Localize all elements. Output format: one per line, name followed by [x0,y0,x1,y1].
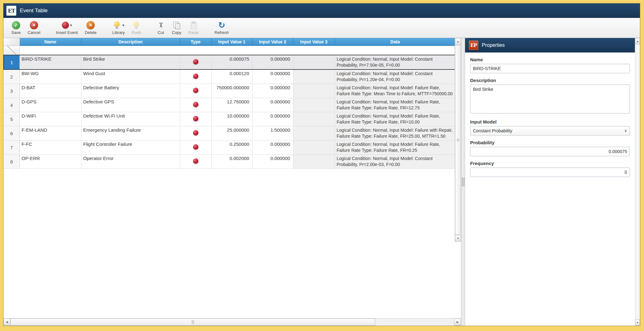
cell-input-value-3[interactable] [293,69,335,84]
panel-splitter[interactable] [461,38,465,326]
header-row: NameDescriptionTypeInput Value 1Input Va… [4,38,456,46]
column-header[interactable]: Description [81,38,180,46]
cell-name[interactable]: OP-ERR [19,155,81,169]
table-vertical-scrollbar[interactable]: ▲ ▼ [455,38,461,242]
cell-description[interactable]: Bird Strike [81,55,180,69]
column-header[interactable]: Input Value 2 [252,38,293,46]
scroll-up-icon[interactable]: ▲ [635,38,640,44]
row-number[interactable]: 2 [4,69,19,84]
cell-input-value-1[interactable]: 0.250000 [211,141,252,155]
vertical-scroll-thumb[interactable] [455,45,461,235]
cell-description[interactable]: Defective GPS [81,98,180,112]
probability-field[interactable] [470,147,630,156]
cell-input-value-1[interactable]: 0.002000 [211,155,252,169]
row-number[interactable]: 4 [4,98,19,112]
refresh-button[interactable]: Refresh [212,20,232,36]
cell-input-value-2[interactable]: 0.000000 [252,84,293,98]
copy-button[interactable]: Copy [169,20,184,36]
cell-type[interactable] [180,84,211,98]
cell-input-value-3[interactable] [293,84,335,98]
scroll-right-icon[interactable]: ▶ [454,318,461,326]
delete-button[interactable]: Delete [82,20,99,36]
cell-input-value-2[interactable]: 0.000000 [252,141,293,155]
cell-type[interactable] [180,69,211,84]
row-number[interactable]: 8 [4,155,19,169]
dropdown-caret-icon: ▾ [122,23,124,27]
cell-name[interactable]: D-BAT [19,84,81,98]
cell-input-value-1[interactable]: 10.000000 [211,112,252,126]
cell-input-value-3[interactable] [293,126,335,141]
cell-input-value-1[interactable]: 0.000075 [211,55,252,69]
cell-name[interactable]: BIRD-STRIKE [19,55,81,69]
name-field-label: Name [470,57,630,62]
cell-input-value-1[interactable]: 0.000120 [211,69,252,84]
table-row[interactable]: 7F-FCFlight Controller Failure0.2500000.… [4,141,456,155]
cell-input-value-2[interactable]: 1.500000 [252,126,293,141]
column-header[interactable]: Data [335,38,456,46]
splitter-grip-icon[interactable] [462,178,464,186]
cell-input-value-3[interactable] [293,155,335,169]
cell-description[interactable]: Defective Battery [81,84,180,98]
cell-name[interactable]: D-GPS [19,98,81,112]
cell-input-value-1[interactable]: 25.000000 [211,126,252,141]
cell-type[interactable] [180,55,211,69]
cell-name[interactable]: F-FC [19,141,81,155]
column-header[interactable]: Name [19,38,81,46]
description-field[interactable]: Bird Strike [470,85,630,113]
cell-name[interactable]: BW-WG [19,69,81,84]
row-number[interactable]: 3 [4,84,19,98]
save-button[interactable]: Save [8,20,24,36]
cell-input-value-2[interactable]: 0.000000 [252,155,293,169]
cell-name[interactable]: D-WiFi [19,112,81,126]
scroll-down-icon[interactable]: ▼ [635,319,640,326]
cell-type[interactable] [180,126,211,141]
cell-input-value-2[interactable]: 0.000000 [252,98,293,112]
table-horizontal-scrollbar[interactable]: ◀ ▶ [3,318,461,326]
cell-input-value-2[interactable]: 0.000000 [252,112,293,126]
table-row[interactable]: 4D-GPSDefective GPS12.7500000.000000Logi… [4,98,456,112]
library-button[interactable]: ▾Library [109,20,128,36]
cell-description[interactable]: Wind Gust [81,69,180,84]
table-row[interactable]: 1BIRD-STRIKEBird Strike0.0000750.000000L… [4,55,456,69]
cell-description[interactable]: Defective Wi-Fi Unit [81,112,180,126]
cell-type[interactable] [180,141,211,155]
cell-name[interactable]: F-EM-LAND [19,126,81,141]
column-header[interactable]: Type [180,38,211,46]
cell-description[interactable]: Emergency Landing Failure [81,126,180,141]
cell-type[interactable] [180,98,211,112]
cell-input-value-3[interactable] [293,141,335,155]
column-header[interactable]: Input Value 1 [211,38,252,46]
insert-event-button[interactable]: ▾Insert Event [53,20,80,36]
row-number[interactable]: 6 [4,126,19,141]
cell-input-value-3[interactable] [293,55,335,69]
row-number[interactable]: 5 [4,112,19,126]
table-row[interactable]: 6F-EM-LANDEmergency Landing Failure25.00… [4,126,456,141]
cell-type[interactable] [180,155,211,169]
scroll-up-icon[interactable]: ▲ [455,38,461,45]
cell-input-value-2[interactable]: 0.000000 [252,55,293,69]
cell-input-value-2[interactable]: 0.000000 [252,69,293,84]
row-number[interactable]: 7 [4,141,19,155]
row-number[interactable]: 1 [4,55,19,69]
cell-description[interactable]: Operator Error [81,155,180,169]
cell-input-value-3[interactable] [293,98,335,112]
table-row[interactable]: 3D-BATDefective Battery750000.0000000.00… [4,84,456,98]
column-header[interactable]: Input Value 3 [293,38,335,46]
scroll-left-icon[interactable]: ◀ [3,318,10,326]
frequency-field[interactable] [470,168,630,177]
table-row[interactable]: 8OP-ERROperator Error0.0020000.000000Log… [4,155,456,169]
cancel-button[interactable]: Cancel [25,20,43,36]
cell-input-value-3[interactable] [293,112,335,126]
table-row[interactable]: 5D-WiFiDefective Wi-Fi Unit10.0000000.00… [4,112,456,126]
horizontal-scroll-thumb[interactable] [10,318,375,326]
input-model-select[interactable]: Constant Probability ∨ [470,126,630,135]
cut-button[interactable]: Cut [154,20,168,36]
cell-description[interactable]: Flight Controller Failure [81,141,180,155]
table-row[interactable]: 2BW-WGWind Gust0.0001200.000000Logical C… [4,69,456,84]
name-field[interactable] [470,64,630,73]
properties-scrollbar[interactable]: ▲ ▼ [635,38,640,326]
cell-type[interactable] [180,112,211,126]
cell-input-value-1[interactable]: 750000.000000 [211,84,252,98]
scroll-down-icon[interactable]: ▼ [455,235,461,242]
cell-input-value-1[interactable]: 12.750000 [211,98,252,112]
